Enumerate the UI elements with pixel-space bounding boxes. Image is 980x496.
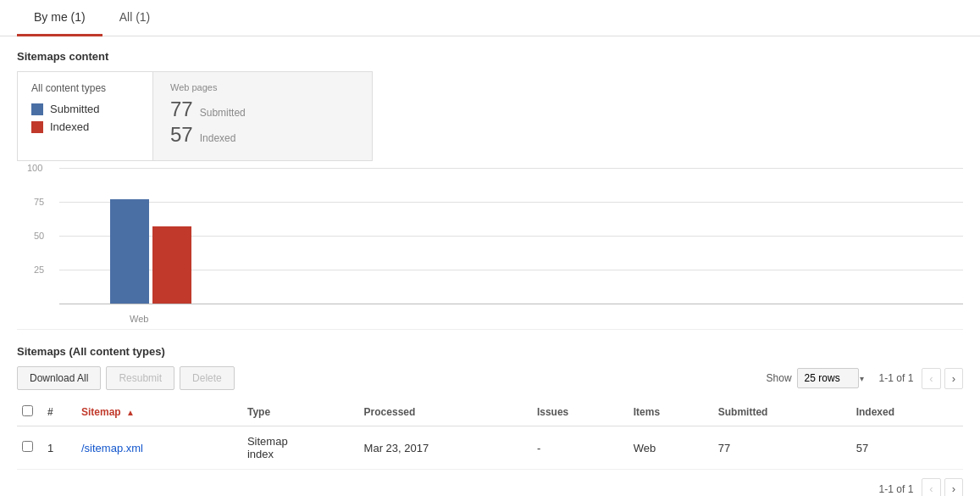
th-checkbox <box>17 398 42 426</box>
delete-button[interactable]: Delete <box>180 366 235 390</box>
bars-group <box>110 199 191 304</box>
legend-submitted: Submitted <box>31 103 139 115</box>
table-toolbar: Download All Resubmit Delete Show 10 row… <box>17 366 963 390</box>
legend-left: All content types Submitted Indexed <box>18 72 153 160</box>
row-num: 1 <box>42 426 76 470</box>
bar-indexed <box>152 226 191 304</box>
tab-all[interactable]: All (1) <box>102 0 168 36</box>
web-pages-label: Web pages <box>170 82 355 92</box>
legend-indexed: Indexed <box>31 120 139 133</box>
row-indexed: 57 <box>851 426 963 470</box>
sort-arrow-icon: ▲ <box>126 408 135 417</box>
indexed-number: 57 <box>170 125 193 145</box>
grid-line-100: 100 <box>59 168 963 169</box>
x-label-web: Web <box>130 314 148 324</box>
select-all-checkbox[interactable] <box>22 405 33 416</box>
submitted-legend-label: Submitted <box>50 103 100 115</box>
th-indexed: Indexed <box>851 398 963 426</box>
y-label-100: 100 <box>27 163 42 173</box>
y-label-50: 50 <box>34 231 44 241</box>
submitted-number: 77 <box>170 99 193 120</box>
y-label-25: 25 <box>34 265 44 275</box>
table-section-title: Sitemaps (All content types) <box>17 345 963 358</box>
legend-right: Web pages 77 Submitted 57 Indexed <box>153 72 372 160</box>
indexed-legend-label: Indexed <box>50 120 89 133</box>
row-issues: - <box>532 426 628 470</box>
grid-line-0 <box>59 304 963 304</box>
pagination-info-bottom: 1-1 of 1 <box>879 483 914 495</box>
th-submitted: Submitted <box>713 398 851 426</box>
th-items: Items <box>628 398 713 426</box>
rows-select[interactable]: 10 rows 25 rows 50 rows <box>797 368 859 388</box>
grid-line-50: 50 <box>59 236 963 237</box>
indexed-color-box <box>31 121 43 133</box>
th-sitemap[interactable]: Sitemap ▲ <box>76 398 242 426</box>
pagination-info-top: 1-1 of 1 <box>879 372 914 384</box>
show-label: Show <box>767 372 792 384</box>
prev-page-button-bottom[interactable]: ‹ <box>922 478 940 496</box>
sitemaps-table: # Sitemap ▲ Type Processed Issues Items … <box>17 398 963 470</box>
grid-line-75: 75 <box>59 202 963 203</box>
indexed-stat-row: 57 Indexed <box>170 125 355 145</box>
grid-line-25: 25 <box>59 270 963 270</box>
main-container: By me (1) All (1) Sitemaps content All c… <box>0 0 980 496</box>
th-issues: Issues <box>532 398 628 426</box>
sitemaps-content-title: Sitemaps content <box>17 50 963 63</box>
type-line1: Sitemap <box>247 435 288 448</box>
table-row: 1 /sitemap.xml Sitemap index Mar 23, 201… <box>17 426 963 470</box>
resubmit-button[interactable]: Resubmit <box>106 366 174 390</box>
bar-submitted <box>110 199 149 304</box>
legend-panel: All content types Submitted Indexed Web … <box>17 71 373 161</box>
bottom-pagination: 1-1 of 1 ‹ › <box>17 470 963 496</box>
row-sitemap: /sitemap.xml <box>76 426 242 470</box>
next-page-button-top[interactable]: › <box>944 368 963 389</box>
submitted-stat-row: 77 Submitted <box>170 99 355 120</box>
th-processed: Processed <box>359 398 532 426</box>
tab-bar: By me (1) All (1) <box>0 0 980 36</box>
row-type: Sitemap index <box>242 426 359 470</box>
row-submitted: 77 <box>713 426 851 470</box>
row-items: Web <box>628 426 713 470</box>
next-page-button-bottom[interactable]: › <box>944 478 963 496</box>
table-header-row: # Sitemap ▲ Type Processed Issues Items … <box>17 398 963 426</box>
sitemap-link[interactable]: /sitemap.xml <box>81 442 143 454</box>
row-checkbox[interactable] <box>22 441 33 452</box>
type-line2: index <box>247 448 274 460</box>
row-checkbox-cell <box>17 426 42 470</box>
chart-area: 100 75 50 25 <box>59 168 963 304</box>
submitted-stat-label: Submitted <box>200 107 246 119</box>
main-content: Sitemaps content All content types Submi… <box>0 36 980 496</box>
tab-by-me[interactable]: By me (1) <box>17 0 102 36</box>
th-type: Type <box>242 398 359 426</box>
submitted-color-box <box>31 103 43 115</box>
row-processed: Mar 23, 2017 <box>359 426 532 470</box>
download-all-button[interactable]: Download All <box>17 366 101 390</box>
indexed-stat-label: Indexed <box>200 132 236 144</box>
prev-page-button-top[interactable]: ‹ <box>922 368 940 389</box>
y-label-75: 75 <box>34 197 44 207</box>
rows-select-wrapper[interactable]: 10 rows 25 rows 50 rows <box>797 368 869 388</box>
chart-container: 100 75 50 25 Web <box>17 168 963 330</box>
all-content-label: All content types <box>31 82 139 94</box>
th-num: # <box>42 398 76 426</box>
